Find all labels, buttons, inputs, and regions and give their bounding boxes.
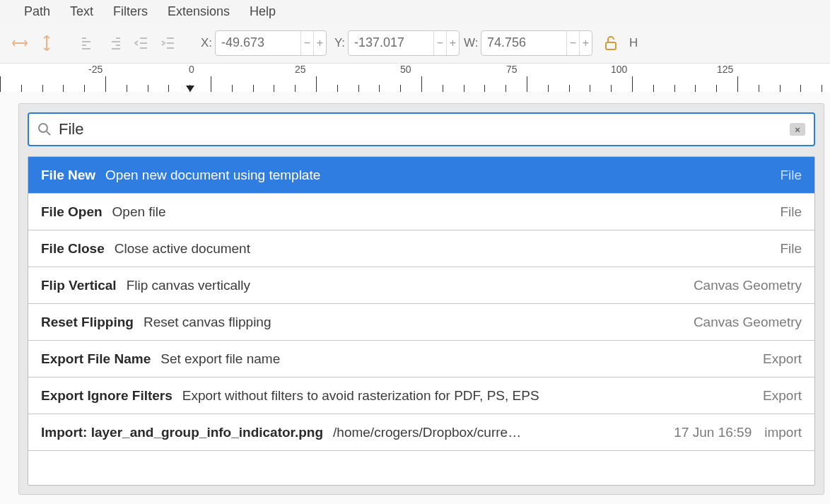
w-spinbox[interactable]: − +: [481, 30, 592, 56]
menu-help[interactable]: Help: [250, 4, 276, 19]
palette-results: File NewOpen new document using template…: [28, 156, 815, 486]
result-category: File: [780, 241, 802, 257]
ruler-label: 25: [295, 64, 306, 75]
palette-result[interactable]: File NewOpen new document using template…: [28, 157, 814, 194]
result-command: File New: [41, 168, 95, 183]
toolbar: X: − + Y: − + W: − + H: [0, 23, 830, 64]
y-label: Y:: [331, 36, 345, 50]
y-input[interactable]: [349, 35, 433, 50]
mirror-h-icon[interactable]: [8, 32, 31, 54]
x-coord: X: − +: [198, 30, 327, 56]
palette-search-input[interactable]: [57, 119, 784, 139]
y-spinbox[interactable]: − +: [348, 30, 460, 56]
indent-icon[interactable]: [157, 32, 180, 54]
horizontal-ruler[interactable]: -250255075100125: [0, 64, 830, 92]
result-description: Set export file name: [160, 351, 753, 367]
command-palette: File NewOpen new document using template…: [18, 103, 824, 495]
w-label: W:: [464, 36, 478, 50]
palette-result[interactable]: File OpenOpen fileFile: [28, 194, 814, 230]
palette-blank-row: [28, 451, 814, 485]
menu-path[interactable]: Path: [24, 4, 50, 19]
x-minus-button[interactable]: −: [300, 31, 313, 55]
w-minus-button[interactable]: −: [566, 31, 579, 55]
result-description: Flip canvas vertically: [127, 278, 684, 293]
result-description: /home/crogers/Dropbox/curre…: [333, 425, 664, 440]
clear-search-icon[interactable]: [790, 123, 805, 136]
y-coord: Y: − +: [331, 30, 460, 56]
ruler-label: 50: [400, 64, 411, 75]
palette-result[interactable]: Export File NameSet export file nameExpo…: [28, 341, 814, 377]
result-description: Open new document using template: [105, 168, 770, 183]
result-command: Reset Flipping: [41, 315, 134, 330]
palette-search-row: [28, 112, 815, 146]
lock-icon[interactable]: [602, 35, 619, 51]
ruler-label: 0: [189, 64, 194, 75]
svg-rect-0: [606, 42, 616, 49]
palette-result[interactable]: File CloseClose active documentFile: [28, 230, 814, 267]
result-meta: 17 Jun 16:59: [674, 425, 752, 440]
w-plus-button[interactable]: +: [579, 31, 592, 55]
result-category: Export: [763, 351, 802, 367]
result-category: Canvas Geometry: [694, 315, 802, 330]
menu-extensions[interactable]: Extensions: [168, 4, 230, 19]
align-right-icon[interactable]: [103, 32, 126, 54]
menubar: Path Text Filters Extensions Help: [0, 0, 830, 23]
x-plus-button[interactable]: +: [313, 31, 326, 55]
result-command: File Close: [41, 241, 105, 257]
y-minus-button[interactable]: −: [433, 31, 446, 55]
result-category: Export: [763, 388, 802, 404]
ruler-label: 125: [717, 64, 733, 75]
palette-result[interactable]: Reset FlippingReset canvas flippingCanva…: [28, 304, 814, 341]
palette-result[interactable]: Flip VerticalFlip canvas verticallyCanva…: [28, 267, 814, 304]
outdent-icon[interactable]: [130, 32, 153, 54]
result-category: File: [780, 204, 802, 220]
mirror-v-icon[interactable]: [35, 32, 58, 54]
search-icon: [37, 122, 52, 136]
palette-result[interactable]: Import: layer_and_group_info_indicator.p…: [28, 414, 814, 451]
ruler-label: 100: [611, 64, 627, 75]
ruler-label: 75: [506, 64, 518, 75]
result-command: File Open: [41, 204, 103, 220]
result-command: Import: layer_and_group_info_indicator.p…: [41, 425, 323, 440]
result-description: Export without filters to avoid rasteriz…: [182, 388, 753, 404]
result-command: Export Ignore Filters: [41, 388, 173, 404]
x-input[interactable]: [216, 35, 300, 50]
y-plus-button[interactable]: +: [446, 31, 459, 55]
h-label: H: [629, 36, 638, 50]
result-description: Open file: [112, 204, 771, 220]
result-category: import: [764, 425, 802, 440]
ruler-origin-marker: [186, 86, 194, 92]
result-category: File: [780, 168, 802, 183]
palette-result[interactable]: Export Ignore FiltersExport without filt…: [28, 377, 814, 414]
x-label: X:: [198, 36, 212, 50]
ruler-label: -25: [88, 64, 103, 75]
result-command: Export File Name: [41, 351, 151, 367]
result-category: Canvas Geometry: [694, 278, 802, 293]
result-description: Reset canvas flipping: [144, 315, 684, 330]
x-spinbox[interactable]: − +: [215, 30, 327, 56]
result-description: Close active document: [115, 241, 771, 257]
menu-filters[interactable]: Filters: [113, 4, 148, 19]
align-left-icon[interactable]: [76, 32, 99, 54]
result-command: Flip Vertical: [41, 278, 117, 293]
menu-text[interactable]: Text: [70, 4, 93, 19]
svg-point-1: [39, 124, 47, 132]
w-coord: W: − +: [464, 30, 592, 56]
w-input[interactable]: [481, 35, 566, 50]
